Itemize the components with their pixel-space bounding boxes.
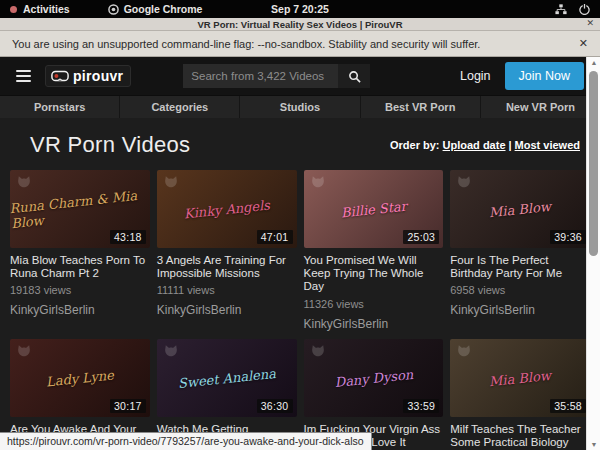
web-page: pirouvr Login Join Now Pornstars Categor… xyxy=(0,57,600,450)
video-thumbnail[interactable]: Runa Charm & Mia Blow 43:18 xyxy=(10,170,150,248)
cat-mask-watermark-icon xyxy=(310,174,326,192)
scrollbar-thumb[interactable] xyxy=(589,71,598,256)
warning-text: You are using an unsupported command-lin… xyxy=(12,38,480,50)
vr-goggles-icon xyxy=(51,70,69,82)
video-duration-badge: 39:36 xyxy=(550,230,586,244)
video-views: 11326 views xyxy=(304,298,444,310)
browser-title-bar: VR Porn: Virtual Reality Sex Videos | Pi… xyxy=(0,18,600,31)
video-thumbnail[interactable]: Kinky Angels 47:01 xyxy=(157,170,297,248)
order-by-most-viewed-link[interactable]: Most viewed xyxy=(515,139,580,151)
scrollbar-down-arrow-icon[interactable]: ▼ xyxy=(587,441,600,448)
video-title[interactable]: Mia Blow Teaches Porn To Runa Charm Pt 2 xyxy=(10,254,150,280)
video-views: 19183 views xyxy=(10,284,150,296)
video-thumbnail[interactable]: Sweet Analena 36:30 xyxy=(157,339,297,417)
video-thumbnail[interactable]: Lady Lyne 30:17 xyxy=(10,339,150,417)
activities-button[interactable]: Activities xyxy=(10,3,70,15)
menu-item-categories[interactable]: Categories xyxy=(119,96,239,118)
video-duration-badge: 25:03 xyxy=(403,230,439,244)
video-card[interactable]: Kinky Angels 47:01 3 Angels Are Training… xyxy=(157,170,297,331)
menu-item-studios[interactable]: Studios xyxy=(239,96,359,118)
video-card[interactable]: Runa Charm & Mia Blow 43:18 Mia Blow Tea… xyxy=(10,170,150,331)
video-title[interactable]: Milf Teaches The Teacher Some Practical … xyxy=(450,423,590,449)
video-studio-link[interactable]: KinkyGirlsBerlin xyxy=(157,303,297,317)
video-studio-link[interactable]: KinkyGirlsBerlin xyxy=(304,317,444,331)
video-thumbnail[interactable]: Mia Blow 35:58 xyxy=(450,339,590,417)
video-title[interactable]: 3 Angels Are Training For Impossible Mis… xyxy=(157,254,297,280)
scrollbar-up-arrow-icon[interactable]: ▲ xyxy=(587,59,600,66)
activities-label: Activities xyxy=(23,3,70,15)
search-button[interactable] xyxy=(338,64,370,88)
video-duration-badge: 47:01 xyxy=(257,230,293,244)
page-title: VR Porn Videos xyxy=(30,132,190,158)
search-icon xyxy=(348,70,361,83)
join-now-button[interactable]: Join Now xyxy=(505,62,584,90)
current-app-menu[interactable]: Google Chrome xyxy=(108,3,203,15)
cat-mask-watermark-icon xyxy=(310,343,326,361)
video-thumbnail[interactable]: Dany Dyson 33:59 xyxy=(304,339,444,417)
main-content: VR Porn Videos Order by: Upload date|Mos… xyxy=(0,118,600,450)
browser-tab-title: VR Porn: Virtual Reality Sex Videos | Pi… xyxy=(0,19,600,30)
video-card[interactable]: Mia Blow 35:58 Milf Teaches The Teacher … xyxy=(450,339,590,450)
order-by-separator: | xyxy=(509,139,512,151)
cat-mask-watermark-icon xyxy=(16,174,32,192)
login-link[interactable]: Login xyxy=(460,69,491,83)
warning-infobar: You are using an unsupported command-lin… xyxy=(0,31,600,57)
video-duration-badge: 43:18 xyxy=(110,230,146,244)
video-duration-badge: 35:58 xyxy=(550,399,586,413)
warning-close-icon[interactable]: ✕ xyxy=(579,37,588,50)
video-duration-badge: 30:17 xyxy=(110,399,146,413)
system-top-bar: Activities Google Chrome Sep 7 20:25 xyxy=(0,0,600,18)
menu-item-pornstars[interactable]: Pornstars xyxy=(0,96,119,118)
video-thumbnail[interactable]: Billie Star 25:03 xyxy=(304,170,444,248)
hamburger-menu-icon[interactable] xyxy=(16,70,31,82)
video-studio-link[interactable]: KinkyGirlsBerlin xyxy=(10,303,150,317)
video-grid: Runa Charm & Mia Blow 43:18 Mia Blow Tea… xyxy=(10,170,590,450)
cat-mask-watermark-icon xyxy=(163,343,179,361)
site-navbar: pirouvr Login Join Now xyxy=(0,57,600,95)
current-app-label: Google Chrome xyxy=(124,3,203,15)
screen: Activities Google Chrome Sep 7 20:25 xyxy=(0,0,600,450)
order-by-label: Order by: xyxy=(390,139,440,151)
cat-mask-watermark-icon xyxy=(163,174,179,192)
video-title[interactable]: You Promised We Will Keep Trying The Who… xyxy=(304,254,444,294)
site-logo[interactable]: pirouvr xyxy=(45,65,131,87)
power-icon[interactable] xyxy=(579,4,590,15)
category-menu-bar: Pornstars Categories Studios Best VR Por… xyxy=(0,95,600,118)
video-views: 11111 views xyxy=(157,284,297,296)
cat-mask-watermark-icon xyxy=(456,174,472,192)
menu-item-new-vr-porn[interactable]: New VR Porn xyxy=(480,96,600,118)
site-logo-text: pirouvr xyxy=(73,68,123,84)
search-input[interactable] xyxy=(183,64,338,88)
chrome-icon xyxy=(108,4,119,15)
video-title[interactable]: Four Is The Perfect Birthday Party For M… xyxy=(450,254,590,280)
video-thumbnail[interactable]: Mia Blow 39:36 xyxy=(450,170,590,248)
cat-mask-watermark-icon xyxy=(456,343,472,361)
link-status-tooltip: https://pirouvr.com/vr-porn-video/779325… xyxy=(0,432,372,450)
close-icon[interactable]: ✕ xyxy=(586,18,594,28)
order-by-upload-date-link[interactable]: Upload date xyxy=(443,139,506,151)
video-studio-link[interactable]: KinkyGirlsBerlin xyxy=(450,303,590,317)
video-duration-badge: 36:30 xyxy=(257,399,293,413)
activities-indicator-dot xyxy=(10,6,17,13)
video-card[interactable]: Mia Blow 39:36 Four Is The Perfect Birth… xyxy=(450,170,590,331)
clock[interactable]: Sep 7 20:25 xyxy=(0,3,600,15)
menu-item-best-vr-porn[interactable]: Best VR Porn xyxy=(360,96,480,118)
page-scrollbar[interactable]: ▲ ▼ xyxy=(586,57,600,450)
video-card[interactable]: Billie Star 25:03 You Promised We Will K… xyxy=(304,170,444,331)
network-icon[interactable] xyxy=(555,4,567,15)
video-duration-badge: 33:59 xyxy=(403,399,439,413)
video-views: 6958 views xyxy=(450,284,590,296)
order-by-controls: Order by: Upload date|Most viewed xyxy=(390,139,580,151)
cat-mask-watermark-icon xyxy=(16,343,32,361)
